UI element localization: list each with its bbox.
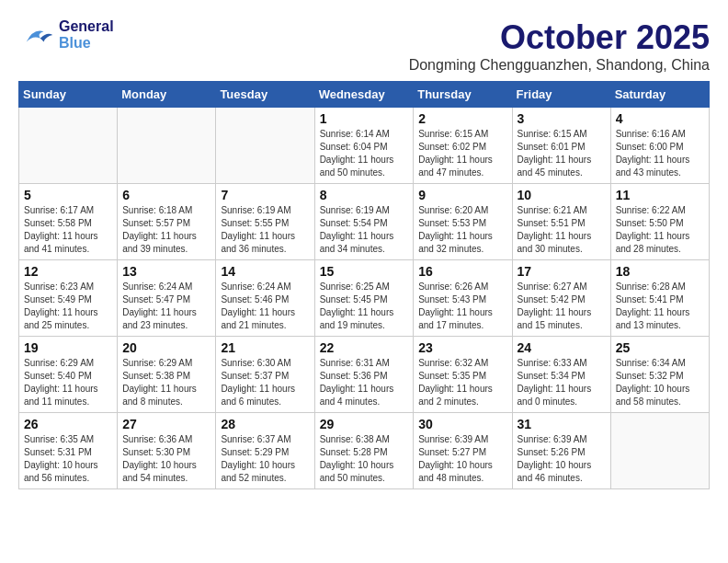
calendar-cell: 18Sunrise: 6:28 AM Sunset: 5:41 PM Dayli…	[610, 260, 709, 337]
day-info: Sunrise: 6:14 AM Sunset: 6:04 PM Dayligh…	[320, 128, 409, 179]
day-info: Sunrise: 6:31 AM Sunset: 5:36 PM Dayligh…	[320, 357, 409, 408]
day-info: Sunrise: 6:30 AM Sunset: 5:37 PM Dayligh…	[221, 357, 309, 408]
day-info: Sunrise: 6:36 AM Sunset: 5:30 PM Dayligh…	[122, 433, 210, 485]
calendar-cell: 25Sunrise: 6:34 AM Sunset: 5:32 PM Dayli…	[610, 337, 709, 413]
day-number: 16	[418, 264, 506, 279]
calendar-week-row: 19Sunrise: 6:29 AM Sunset: 5:40 PM Dayli…	[19, 337, 710, 413]
day-number: 11	[616, 188, 704, 202]
day-number: 9	[418, 188, 506, 202]
day-number: 17	[518, 264, 606, 279]
day-info: Sunrise: 6:26 AM Sunset: 5:43 PM Dayligh…	[418, 281, 506, 332]
day-number: 6	[122, 188, 210, 202]
day-number: 27	[122, 417, 210, 431]
calendar-cell: 16Sunrise: 6:26 AM Sunset: 5:43 PM Dayli…	[414, 260, 512, 337]
day-number: 29	[320, 417, 409, 431]
weekday-header: Thursday	[414, 82, 512, 108]
day-info: Sunrise: 6:37 AM Sunset: 5:29 PM Dayligh…	[221, 433, 309, 485]
day-number: 4	[616, 111, 704, 126]
calendar-cell: 12Sunrise: 6:23 AM Sunset: 5:49 PM Dayli…	[19, 260, 118, 337]
calendar-cell: 29Sunrise: 6:38 AM Sunset: 5:28 PM Dayli…	[314, 413, 414, 489]
calendar-cell: 15Sunrise: 6:25 AM Sunset: 5:45 PM Dayli…	[314, 260, 414, 337]
day-number: 22	[320, 340, 409, 355]
weekday-header: Monday	[118, 82, 216, 108]
calendar-cell: 13Sunrise: 6:24 AM Sunset: 5:47 PM Dayli…	[118, 260, 216, 337]
day-number: 18	[616, 264, 704, 279]
day-info: Sunrise: 6:20 AM Sunset: 5:53 PM Dayligh…	[418, 204, 506, 256]
weekday-header: Friday	[512, 82, 610, 108]
day-number: 28	[221, 417, 309, 431]
calendar-cell: 17Sunrise: 6:27 AM Sunset: 5:42 PM Dayli…	[512, 260, 610, 337]
calendar-cell: 19Sunrise: 6:29 AM Sunset: 5:40 PM Dayli…	[19, 337, 118, 413]
day-number: 26	[24, 417, 112, 431]
calendar-cell: 6Sunrise: 6:18 AM Sunset: 5:57 PM Daylig…	[118, 184, 216, 260]
day-info: Sunrise: 6:39 AM Sunset: 5:26 PM Dayligh…	[518, 433, 606, 485]
day-number: 31	[518, 417, 606, 431]
calendar-week-row: 26Sunrise: 6:35 AM Sunset: 5:31 PM Dayli…	[19, 413, 710, 489]
calendar-cell: 21Sunrise: 6:30 AM Sunset: 5:37 PM Dayli…	[216, 337, 314, 413]
calendar-cell: 30Sunrise: 6:39 AM Sunset: 5:27 PM Dayli…	[414, 413, 512, 489]
day-info: Sunrise: 6:22 AM Sunset: 5:50 PM Dayligh…	[616, 204, 704, 256]
calendar-cell: 14Sunrise: 6:24 AM Sunset: 5:46 PM Dayli…	[216, 260, 314, 337]
calendar-cell: 7Sunrise: 6:19 AM Sunset: 5:55 PM Daylig…	[216, 184, 314, 260]
calendar-cell	[19, 108, 118, 184]
calendar-cell: 10Sunrise: 6:21 AM Sunset: 5:51 PM Dayli…	[512, 184, 610, 260]
day-info: Sunrise: 6:15 AM Sunset: 6:01 PM Dayligh…	[518, 128, 606, 179]
day-number: 20	[122, 340, 210, 355]
calendar-cell: 27Sunrise: 6:36 AM Sunset: 5:30 PM Dayli…	[118, 413, 216, 489]
calendar-cell: 31Sunrise: 6:39 AM Sunset: 5:26 PM Dayli…	[512, 413, 610, 489]
day-info: Sunrise: 6:35 AM Sunset: 5:31 PM Dayligh…	[24, 433, 112, 485]
day-info: Sunrise: 6:24 AM Sunset: 5:46 PM Dayligh…	[221, 281, 309, 332]
calendar-cell: 22Sunrise: 6:31 AM Sunset: 5:36 PM Dayli…	[314, 337, 414, 413]
weekday-header: Saturday	[610, 82, 709, 108]
day-number: 1	[320, 111, 409, 126]
day-number: 12	[24, 264, 112, 279]
calendar-cell: 11Sunrise: 6:22 AM Sunset: 5:50 PM Dayli…	[610, 184, 709, 260]
calendar-cell: 1Sunrise: 6:14 AM Sunset: 6:04 PM Daylig…	[314, 108, 414, 184]
day-number: 13	[122, 264, 210, 279]
day-info: Sunrise: 6:32 AM Sunset: 5:35 PM Dayligh…	[418, 357, 506, 408]
day-info: Sunrise: 6:16 AM Sunset: 6:00 PM Dayligh…	[616, 128, 704, 179]
calendar-cell	[118, 108, 216, 184]
day-number: 3	[518, 111, 606, 126]
day-info: Sunrise: 6:39 AM Sunset: 5:27 PM Dayligh…	[418, 433, 506, 485]
day-number: 24	[518, 340, 606, 355]
calendar-cell	[610, 413, 709, 489]
logo-blue-text: Blue	[59, 35, 114, 52]
page-header: General Blue October 2025 Dongming Cheng…	[18, 18, 710, 74]
day-info: Sunrise: 6:28 AM Sunset: 5:41 PM Dayligh…	[616, 281, 704, 332]
calendar-week-row: 5Sunrise: 6:17 AM Sunset: 5:58 PM Daylig…	[19, 184, 710, 260]
calendar-cell	[216, 108, 314, 184]
day-number: 8	[320, 188, 409, 202]
calendar-cell: 4Sunrise: 6:16 AM Sunset: 6:00 PM Daylig…	[610, 108, 709, 184]
calendar-cell: 24Sunrise: 6:33 AM Sunset: 5:34 PM Dayli…	[512, 337, 610, 413]
day-number: 7	[221, 188, 309, 202]
day-number: 19	[24, 340, 112, 355]
calendar-cell: 8Sunrise: 6:19 AM Sunset: 5:54 PM Daylig…	[314, 184, 414, 260]
month-title: October 2025	[409, 18, 710, 57]
day-info: Sunrise: 6:21 AM Sunset: 5:51 PM Dayligh…	[518, 204, 606, 256]
weekday-header: Wednesday	[314, 82, 414, 108]
location-text: Dongming Chengguanzhen, Shandong, China	[409, 57, 710, 74]
day-info: Sunrise: 6:15 AM Sunset: 6:02 PM Dayligh…	[418, 128, 506, 179]
day-info: Sunrise: 6:34 AM Sunset: 5:32 PM Dayligh…	[616, 357, 704, 408]
calendar-week-row: 12Sunrise: 6:23 AM Sunset: 5:49 PM Dayli…	[19, 260, 710, 337]
day-info: Sunrise: 6:23 AM Sunset: 5:49 PM Dayligh…	[24, 281, 112, 332]
day-number: 15	[320, 264, 409, 279]
title-section: October 2025 Dongming Chengguanzhen, Sha…	[409, 18, 710, 74]
day-number: 10	[518, 188, 606, 202]
day-info: Sunrise: 6:29 AM Sunset: 5:40 PM Dayligh…	[24, 357, 112, 408]
calendar-cell: 2Sunrise: 6:15 AM Sunset: 6:02 PM Daylig…	[414, 108, 512, 184]
day-info: Sunrise: 6:17 AM Sunset: 5:58 PM Dayligh…	[24, 204, 112, 256]
day-info: Sunrise: 6:29 AM Sunset: 5:38 PM Dayligh…	[122, 357, 210, 408]
calendar-cell: 26Sunrise: 6:35 AM Sunset: 5:31 PM Dayli…	[19, 413, 118, 489]
day-info: Sunrise: 6:25 AM Sunset: 5:45 PM Dayligh…	[320, 281, 409, 332]
calendar-cell: 23Sunrise: 6:32 AM Sunset: 5:35 PM Dayli…	[414, 337, 512, 413]
day-number: 2	[418, 111, 506, 126]
calendar-table: SundayMondayTuesdayWednesdayThursdayFrid…	[18, 81, 710, 489]
day-number: 25	[616, 340, 704, 355]
calendar-header-row: SundayMondayTuesdayWednesdayThursdayFrid…	[19, 82, 710, 108]
calendar-cell: 9Sunrise: 6:20 AM Sunset: 5:53 PM Daylig…	[414, 184, 512, 260]
day-number: 30	[418, 417, 506, 431]
day-info: Sunrise: 6:27 AM Sunset: 5:42 PM Dayligh…	[518, 281, 606, 332]
calendar-cell: 3Sunrise: 6:15 AM Sunset: 6:01 PM Daylig…	[512, 108, 610, 184]
